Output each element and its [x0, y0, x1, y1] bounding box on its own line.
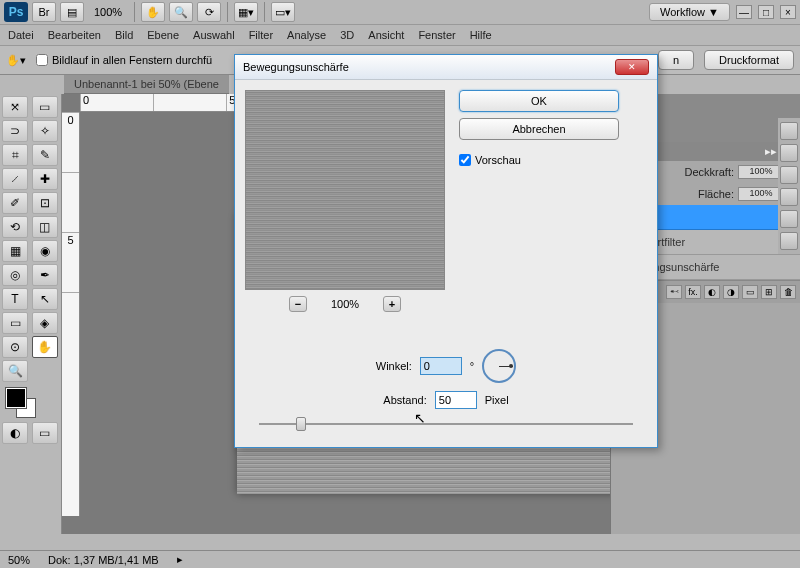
group-icon[interactable]: ▭	[742, 285, 758, 299]
status-zoom[interactable]: 50%	[8, 554, 30, 566]
film-button[interactable]: ▤	[60, 2, 84, 22]
motion-blur-dialog: Bewegungsunschärfe ✕ − 100% + OK Abbrech…	[234, 54, 658, 448]
strip-icon-3[interactable]	[780, 166, 798, 184]
zoom-tool[interactable]: 🔍	[2, 360, 28, 382]
menu-auswahl[interactable]: Auswahl	[193, 29, 235, 41]
abstand-slider[interactable]	[249, 417, 643, 431]
zoom-in-button[interactable]: +	[383, 296, 401, 312]
type-tool[interactable]: T	[2, 288, 28, 310]
angle-dial[interactable]	[482, 349, 516, 383]
preview-label: Vorschau	[475, 154, 521, 166]
history-tool[interactable]: ⟲	[2, 216, 28, 238]
deckkraft-label: Deckkraft:	[684, 166, 734, 178]
winkel-input[interactable]	[420, 357, 462, 375]
n-button[interactable]: n	[658, 50, 694, 70]
dialog-close-button[interactable]: ✕	[615, 59, 649, 75]
app-toolbar: Ps Br ▤ 100% ✋ 🔍 ⟳ ▦▾ ▭▾ Workflow ▼ — □ …	[0, 0, 800, 25]
minimize-icon[interactable]: —	[736, 5, 752, 19]
menu-datei[interactable]: Datei	[8, 29, 34, 41]
workspace-button[interactable]: Workflow ▼	[649, 3, 730, 21]
status-doksize: Dok: 1,37 MB/1,41 MB	[48, 554, 159, 566]
app-logo: Ps	[4, 2, 28, 22]
3d-tool[interactable]: ◈	[32, 312, 58, 334]
scroll-all-label: Bildlauf in allen Fenstern durchfü	[52, 54, 212, 66]
menu-hilfe[interactable]: Hilfe	[470, 29, 492, 41]
flaeche-label: Fläche:	[698, 188, 734, 200]
druckformat-button[interactable]: Druckformat	[704, 50, 794, 70]
menu-fenster[interactable]: Fenster	[418, 29, 455, 41]
tool-palette: ⤧▭ ⊃✧ ⌗✎ ⟋✚ ✐⊡ ⟲◫ ▦◉ ◎✒ T↖ ▭◈ ⊙✋ 🔍 ◐▭	[0, 94, 62, 534]
ruler-vertical: 05	[62, 112, 80, 516]
strip-icon-5[interactable]	[780, 210, 798, 228]
eraser-tool[interactable]: ◫	[32, 216, 58, 238]
slice-tool[interactable]: ✎	[32, 144, 58, 166]
heal-tool[interactable]: ✚	[32, 168, 58, 190]
strip-icon-4[interactable]	[780, 188, 798, 206]
path-tool[interactable]: ↖	[32, 288, 58, 310]
scroll-all-checkbox[interactable]: Bildlauf in allen Fenstern durchfü	[36, 54, 212, 66]
gradient-tool[interactable]: ▦	[2, 240, 28, 262]
trash-icon[interactable]: 🗑	[780, 285, 796, 299]
icon-strip	[778, 118, 800, 254]
bridge-button[interactable]: Br	[32, 2, 56, 22]
dialog-title: Bewegungsunschärfe	[243, 61, 349, 73]
menu-bearbeiten[interactable]: Bearbeiten	[48, 29, 101, 41]
zoom-level[interactable]: 100%	[88, 6, 128, 18]
menu-analyse[interactable]: Analyse	[287, 29, 326, 41]
preview-checkbox[interactable]: Vorschau	[459, 154, 619, 166]
pixel-label: Pixel	[485, 394, 509, 406]
eyedrop-tool[interactable]: ⟋	[2, 168, 28, 190]
strip-icon-1[interactable]	[780, 122, 798, 140]
zoom-icon[interactable]: 🔍	[169, 2, 193, 22]
strip-icon-2[interactable]	[780, 144, 798, 162]
restore-icon[interactable]: □	[758, 5, 774, 19]
lasso-tool[interactable]: ⊃	[2, 120, 28, 142]
menu-bild[interactable]: Bild	[115, 29, 133, 41]
winkel-label: Winkel:	[376, 360, 412, 372]
fx-icon[interactable]: fx.	[685, 285, 701, 299]
document-tab[interactable]: Unbenannt-1 bei 50% (Ebene	[64, 75, 229, 94]
menu-filter[interactable]: Filter	[249, 29, 273, 41]
slider-thumb[interactable]	[296, 417, 306, 431]
strip-icon-6[interactable]	[780, 232, 798, 250]
status-bar: 50% Dok: 1,37 MB/1,41 MB ▸	[0, 550, 800, 568]
cancel-button[interactable]: Abbrechen	[459, 118, 619, 140]
arrange-icon[interactable]: ▦▾	[234, 2, 258, 22]
mask-icon[interactable]: ◐	[704, 285, 720, 299]
menu-ansicht[interactable]: Ansicht	[368, 29, 404, 41]
brush-tool[interactable]: ✐	[2, 192, 28, 214]
pen-tool[interactable]: ✒	[32, 264, 58, 286]
ok-button[interactable]: OK	[459, 90, 619, 112]
hand-icon[interactable]: ✋	[141, 2, 165, 22]
abstand-input[interactable]	[435, 391, 477, 409]
crop-tool[interactable]: ⌗	[2, 144, 28, 166]
screenmode-icon[interactable]: ▭▾	[271, 2, 295, 22]
degree-label: °	[470, 360, 474, 372]
dodge-tool[interactable]: ◎	[2, 264, 28, 286]
adjust-icon[interactable]: ◑	[723, 285, 739, 299]
menu-ebene[interactable]: Ebene	[147, 29, 179, 41]
3d-cam-tool[interactable]: ⊙	[2, 336, 28, 358]
color-swatch[interactable]	[2, 388, 59, 420]
filter-preview[interactable]	[245, 90, 445, 290]
preview-zoom: 100%	[331, 298, 359, 310]
link-icon[interactable]: ⬷	[666, 285, 682, 299]
new-layer-icon[interactable]: ⊞	[761, 285, 777, 299]
marquee-tool[interactable]: ▭	[32, 96, 58, 118]
rotate-icon[interactable]: ⟳	[197, 2, 221, 22]
stamp-tool[interactable]: ⊡	[32, 192, 58, 214]
menu-3d[interactable]: 3D	[340, 29, 354, 41]
blur-tool[interactable]: ◉	[32, 240, 58, 262]
shape-tool[interactable]: ▭	[2, 312, 28, 334]
wand-tool[interactable]: ✧	[32, 120, 58, 142]
dialog-titlebar[interactable]: Bewegungsunschärfe ✕	[235, 55, 657, 80]
hand-tool[interactable]: ✋	[32, 336, 58, 358]
quickmask-tool[interactable]: ◐	[2, 422, 28, 444]
abstand-label: Abstand:	[383, 394, 426, 406]
menubar: Datei Bearbeiten Bild Ebene Auswahl Filt…	[0, 25, 800, 46]
close-icon[interactable]: ×	[780, 5, 796, 19]
tool-preset-icon[interactable]: ✋▾	[6, 54, 26, 67]
screen-tool[interactable]: ▭	[32, 422, 58, 444]
zoom-out-button[interactable]: −	[289, 296, 307, 312]
move-tool[interactable]: ⤧	[2, 96, 28, 118]
